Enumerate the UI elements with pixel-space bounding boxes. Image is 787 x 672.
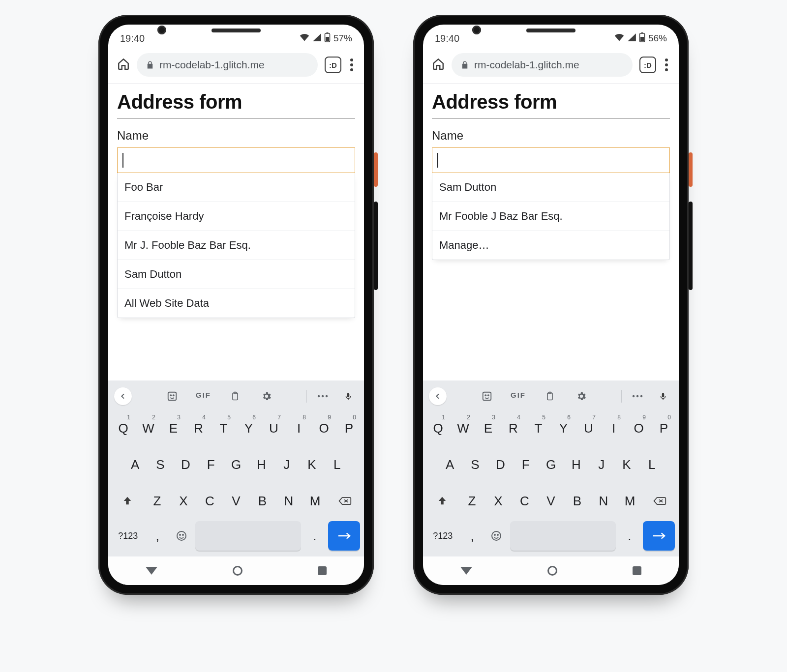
key-v[interactable]: V [539, 485, 563, 517]
key-y[interactable]: 6Y [552, 412, 575, 444]
home-icon[interactable] [432, 58, 445, 72]
key-u[interactable]: 7U [577, 412, 600, 444]
suggestion-item[interactable]: Sam Dutton [432, 173, 669, 202]
period-key[interactable]: . [619, 521, 640, 551]
comma-key[interactable]: , [147, 521, 168, 551]
key-x[interactable]: X [486, 485, 510, 517]
key-q[interactable]: 1Q [112, 412, 134, 444]
comma-key[interactable]: , [462, 521, 483, 551]
key-g[interactable]: G [540, 448, 562, 481]
key-v[interactable]: V [224, 485, 248, 517]
key-a[interactable]: A [124, 448, 146, 481]
suggestion-item[interactable]: Mr J. Fooble Baz Bar Esq. [118, 231, 355, 260]
overflow-menu-icon[interactable] [348, 58, 355, 71]
key-k[interactable]: K [301, 448, 323, 481]
more-icon[interactable] [628, 394, 647, 399]
key-c[interactable]: C [198, 485, 222, 517]
enter-key[interactable] [328, 521, 360, 551]
key-f[interactable]: F [515, 448, 537, 481]
emoji-key[interactable] [486, 521, 507, 551]
key-e[interactable]: 3E [162, 412, 184, 444]
settings-icon[interactable] [572, 391, 591, 402]
spacebar-key[interactable] [195, 521, 301, 551]
key-p[interactable]: 0P [338, 412, 360, 444]
key-m[interactable]: M [303, 485, 327, 517]
key-r[interactable]: 4R [187, 412, 210, 444]
backspace-key[interactable] [644, 485, 675, 517]
key-l[interactable]: L [326, 448, 348, 481]
suggestion-item[interactable]: Manage… [432, 231, 669, 260]
nav-recents-icon[interactable] [318, 566, 327, 575]
nav-home-icon[interactable] [547, 566, 557, 576]
key-i[interactable]: 8I [603, 412, 625, 444]
key-c[interactable]: C [513, 485, 537, 517]
key-s[interactable]: S [464, 448, 486, 481]
key-w[interactable]: 2W [137, 412, 159, 444]
kb-collapse-icon[interactable] [114, 387, 132, 405]
key-g[interactable]: G [225, 448, 247, 481]
symbols-key[interactable]: ?123 [112, 521, 144, 551]
gif-button[interactable]: GIF [194, 391, 213, 402]
key-k[interactable]: K [615, 448, 637, 481]
clipboard-icon[interactable] [540, 391, 560, 402]
symbols-key[interactable]: ?123 [427, 521, 459, 551]
sticker-icon[interactable] [162, 391, 182, 402]
key-o[interactable]: 9O [313, 412, 335, 444]
key-j[interactable]: J [590, 448, 612, 481]
key-u[interactable]: 7U [263, 412, 285, 444]
key-x[interactable]: X [172, 485, 195, 517]
enter-key[interactable] [643, 521, 675, 551]
suggestion-item[interactable]: Foo Bar [118, 173, 355, 202]
key-n[interactable]: N [592, 485, 615, 517]
key-e[interactable]: 3E [477, 412, 499, 444]
gif-button[interactable]: GIF [509, 391, 528, 402]
key-t[interactable]: 5T [212, 412, 235, 444]
mic-icon[interactable] [338, 391, 358, 402]
key-m[interactable]: M [618, 485, 642, 517]
mic-icon[interactable] [653, 391, 673, 402]
clipboard-icon[interactable] [225, 391, 245, 402]
key-d[interactable]: D [175, 448, 197, 481]
key-b[interactable]: B [251, 485, 274, 517]
nav-back-icon[interactable] [460, 567, 472, 575]
backspace-key[interactable] [330, 485, 360, 517]
nav-back-icon[interactable] [146, 567, 157, 575]
key-y[interactable]: 6Y [238, 412, 260, 444]
key-p[interactable]: 0P [653, 412, 675, 444]
key-z[interactable]: Z [146, 485, 169, 517]
key-j[interactable]: J [275, 448, 298, 481]
key-l[interactable]: L [641, 448, 663, 481]
key-h[interactable]: H [250, 448, 272, 481]
overflow-menu-icon[interactable] [663, 58, 670, 71]
tabs-button[interactable]: :D [325, 57, 341, 73]
more-icon[interactable] [313, 394, 333, 399]
suggestion-item[interactable]: Françoise Hardy [118, 202, 355, 231]
key-f[interactable]: F [200, 448, 222, 481]
key-o[interactable]: 9O [628, 412, 650, 444]
period-key[interactable]: . [304, 521, 325, 551]
address-bar[interactable]: rm-codelab-1.glitch.me [452, 53, 633, 77]
shift-key[interactable] [427, 485, 457, 517]
key-i[interactable]: 8I [288, 412, 310, 444]
key-a[interactable]: A [439, 448, 461, 481]
kb-collapse-icon[interactable] [429, 387, 447, 405]
key-b[interactable]: B [566, 485, 589, 517]
key-n[interactable]: N [277, 485, 301, 517]
address-bar[interactable]: rm-codelab-1.glitch.me [137, 53, 318, 77]
name-input[interactable] [117, 147, 355, 173]
suggestion-item[interactable]: Mr Fooble J Baz Bar Esq. [432, 202, 669, 231]
sticker-icon[interactable] [477, 391, 497, 402]
home-icon[interactable] [117, 58, 130, 72]
key-w[interactable]: 2W [452, 412, 474, 444]
key-d[interactable]: D [489, 448, 512, 481]
key-q[interactable]: 1Q [427, 412, 449, 444]
key-h[interactable]: H [565, 448, 587, 481]
key-z[interactable]: Z [460, 485, 484, 517]
key-r[interactable]: 4R [502, 412, 524, 444]
emoji-key[interactable] [171, 521, 192, 551]
suggestion-item[interactable]: Sam Dutton [118, 260, 355, 289]
spacebar-key[interactable] [510, 521, 616, 551]
shift-key[interactable] [112, 485, 143, 517]
tabs-button[interactable]: :D [639, 57, 656, 73]
nav-recents-icon[interactable] [633, 566, 641, 575]
